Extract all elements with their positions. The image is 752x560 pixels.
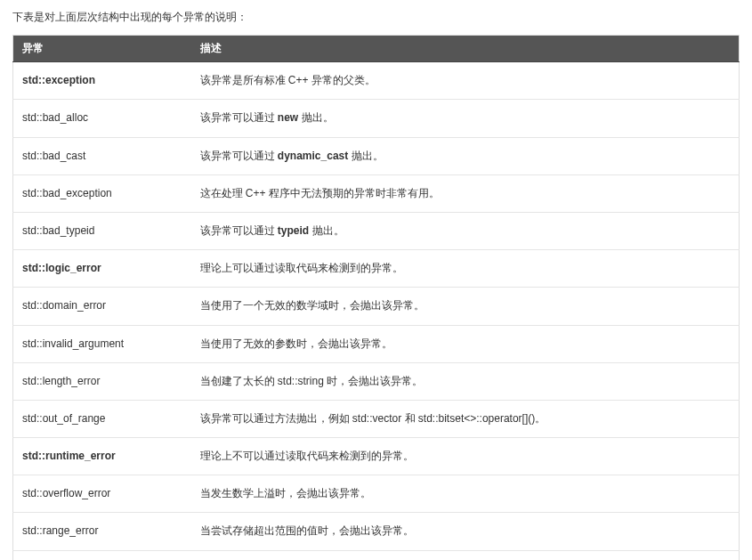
exception-name: std::overflow_error (13, 475, 191, 513)
exception-table: 异常 描述 std::exception该异常是所有标准 C++ 异常的父类。s… (12, 35, 740, 560)
intro-text: 下表是对上面层次结构中出现的每个异常的说明： (12, 9, 740, 26)
desc-segment: 当使用了一个无效的数学域时，会抛出该异常。 (200, 299, 425, 312)
desc-segment: 当使用了无效的参数时，会抛出该异常。 (200, 337, 392, 350)
exception-description: 理论上不可以通过读取代码来检测到的异常。 (191, 438, 740, 475)
table-row: std::bad_exception这在处理 C++ 程序中无法预期的异常时非常… (13, 174, 740, 212)
exception-name: std::length_error (13, 362, 191, 400)
desc-segment: 抛出。 (298, 111, 333, 124)
table-row: std::range_error当尝试存储超出范围的值时，会抛出该异常。 (13, 513, 740, 550)
desc-segment: 该异常是所有标准 C++ 异常的父类。 (200, 74, 376, 86)
desc-segment: 当尝试存储超出范围的值时，会抛出该异常。 (200, 524, 414, 537)
desc-segment: 当创建了太长的 std::string 时，会抛出该异常。 (200, 375, 424, 387)
exception-description: 该异常可以通过 dynamic_cast 抛出。 (191, 137, 740, 174)
table-header-row: 异常 描述 (13, 36, 740, 62)
exception-name: std::runtime_error (13, 438, 191, 475)
exception-name: std::out_of_range (13, 400, 191, 437)
exception-description: 当尝试存储超出范围的值时，会抛出该异常。 (191, 513, 740, 550)
table-row: std::runtime_error理论上不可以通过读取代码来检测到的异常。 (13, 438, 740, 475)
desc-segment: 理论上可以通过读取代码来检测到的异常。 (200, 262, 403, 274)
exception-name: std::domain_error (13, 288, 191, 325)
exception-description: 该异常可以通过 new 抛出。 (191, 100, 740, 137)
desc-segment: 抛出。 (309, 224, 344, 237)
desc-segment: 这在处理 C++ 程序中无法预期的异常时非常有用。 (200, 187, 440, 199)
table-row: std::out_of_range该异常可以通过方法抛出，例如 std::vec… (13, 400, 740, 437)
table-row: std::exception该异常是所有标准 C++ 异常的父类。 (13, 62, 740, 100)
exception-description: 当发生数学上溢时，会抛出该异常。 (191, 475, 740, 513)
exception-description: 该异常是所有标准 C++ 异常的父类。 (191, 62, 740, 100)
table-body: std::exception该异常是所有标准 C++ 异常的父类。std::ba… (13, 62, 740, 560)
desc-segment: 理论上不可以通过读取代码来检测到的异常。 (200, 450, 414, 462)
table-row: std::bad_alloc该异常可以通过 new 抛出。 (13, 100, 740, 137)
exception-name: std::bad_alloc (13, 100, 191, 137)
table-row: std::overflow_error当发生数学上溢时，会抛出该异常。 (13, 475, 740, 513)
exception-name: std::bad_exception (13, 174, 191, 212)
desc-segment: dynamic_cast (278, 150, 348, 162)
desc-segment: 该异常可以通过 (200, 224, 278, 237)
exception-description: 当创建了太长的 std::string 时，会抛出该异常。 (191, 362, 740, 400)
desc-segment: 当发生数学上溢时，会抛出该异常。 (200, 487, 371, 499)
exception-name: std::range_error (13, 513, 191, 550)
table-row: std::underflow_error当发生数学下溢时，会抛出该异常。 (13, 550, 740, 560)
exception-description: 理论上可以通过读取代码来检测到的异常。 (191, 250, 740, 288)
exception-name: std::logic_error (13, 250, 191, 288)
exception-description: 这在处理 C++ 程序中无法预期的异常时非常有用。 (191, 174, 740, 212)
exception-description: 该异常可以通过 typeid 抛出。 (191, 212, 740, 249)
exception-name: std::bad_typeid (13, 212, 191, 249)
exception-description: 当使用了一个无效的数学域时，会抛出该异常。 (191, 288, 740, 325)
table-row: std::domain_error当使用了一个无效的数学域时，会抛出该异常。 (13, 288, 740, 325)
desc-segment: new (278, 111, 298, 124)
exception-name: std::exception (13, 62, 191, 100)
exception-description: 该异常可以通过方法抛出，例如 std::vector 和 std::bitset… (191, 400, 740, 437)
exception-name: std::invalid_argument (13, 325, 191, 362)
table-row: std::length_error当创建了太长的 std::string 时，会… (13, 362, 740, 400)
exception-description: 当使用了无效的参数时，会抛出该异常。 (191, 325, 740, 362)
desc-segment: 该异常可以通过 (200, 150, 278, 162)
table-row: std::logic_error理论上可以通过读取代码来检测到的异常。 (13, 250, 740, 288)
desc-segment: 该异常可以通过 (200, 111, 278, 124)
exception-name: std::underflow_error (13, 550, 191, 560)
header-exception: 异常 (13, 36, 191, 62)
exception-name: std::bad_cast (13, 137, 191, 174)
table-row: std::bad_typeid该异常可以通过 typeid 抛出。 (13, 212, 740, 249)
table-row: std::invalid_argument当使用了无效的参数时，会抛出该异常。 (13, 325, 740, 362)
desc-segment: 抛出。 (348, 150, 383, 162)
desc-segment: 该异常可以通过方法抛出，例如 std::vector 和 std::bitset… (200, 412, 546, 425)
header-description: 描述 (191, 36, 740, 62)
exception-description: 当发生数学下溢时，会抛出该异常。 (191, 550, 740, 560)
desc-segment: typeid (278, 224, 309, 237)
table-row: std::bad_cast该异常可以通过 dynamic_cast 抛出。 (13, 137, 740, 174)
